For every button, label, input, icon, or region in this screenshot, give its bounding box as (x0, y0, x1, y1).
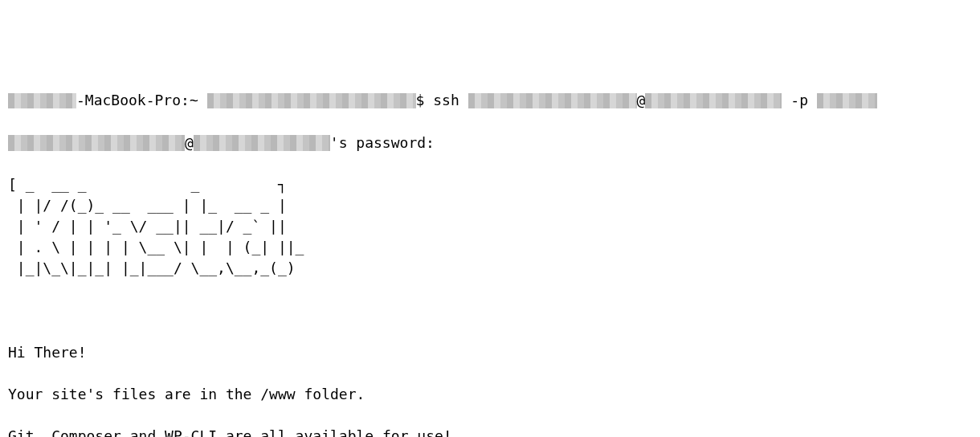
motd-line-1: Hi There! (8, 342, 972, 363)
redacted-remote-host (194, 135, 330, 151)
motd-line-3: Git, Composer and WP-CLI are all availab… (8, 426, 972, 437)
redacted-ssh-user (468, 93, 637, 109)
password-prompt-line: @'s password: (8, 133, 972, 153)
port-flag: -p (782, 92, 816, 108)
blank-line-1 (8, 300, 972, 321)
redacted-ssh-port (817, 93, 877, 109)
ascii-art-banner: [ _ __ _ _ ┐ | |/ /(_)_ __ ___ | |_ __ _… (8, 174, 972, 279)
redacted-local-user2 (207, 93, 416, 109)
redacted-ssh-host (645, 93, 782, 109)
ssh-command: ssh (433, 92, 468, 108)
local-prompt-line: -MacBook-Pro:~ $ ssh @ -p (8, 90, 972, 111)
motd-line-2: Your site's files are in the /www folder… (8, 384, 972, 405)
at-sign-2: @ (185, 134, 194, 151)
password-suffix: 's password: (330, 134, 435, 151)
local-host-suffix: -MacBook-Pro:~ (76, 92, 207, 108)
dollar-sign: $ (416, 92, 434, 108)
redacted-remote-user (8, 135, 185, 151)
redacted-local-user (8, 93, 76, 109)
at-sign: @ (637, 92, 646, 108)
